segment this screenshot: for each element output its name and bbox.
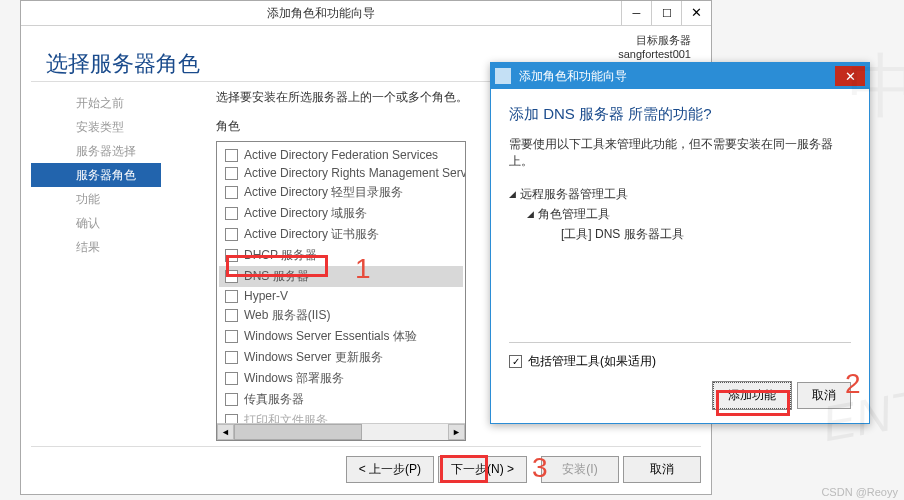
tree-node-dns-tools[interactable]: [工具] DNS 服务器工具 bbox=[509, 224, 851, 244]
prev-button[interactable]: < 上一步(P) bbox=[346, 456, 434, 483]
include-tools-checkbox[interactable]: ✓ bbox=[509, 355, 522, 368]
page-heading: 选择服务器角色 bbox=[46, 49, 200, 79]
nav-server-roles[interactable]: 服务器角色 bbox=[31, 163, 161, 187]
close-button[interactable]: ✕ bbox=[681, 1, 711, 25]
checkbox-icon[interactable] bbox=[225, 309, 238, 322]
role-adds[interactable]: Active Directory 域服务 bbox=[219, 203, 463, 224]
checkbox-icon[interactable] bbox=[225, 372, 238, 385]
dialog-bottom: ✓ 包括管理工具(如果适用) 添加功能 取消 bbox=[509, 342, 851, 409]
checkbox-icon[interactable] bbox=[225, 249, 238, 262]
expand-icon[interactable]: ◢ bbox=[509, 184, 516, 204]
main-titlebar: 添加角色和功能向导 ─ ☐ ✕ bbox=[21, 1, 711, 26]
dialog-description: 需要使用以下工具来管理此功能，但不需要安装在同一服务器上。 bbox=[509, 136, 851, 170]
nav-server-select[interactable]: 服务器选择 bbox=[31, 139, 161, 163]
features-tree: ◢远程服务器管理工具 ◢角色管理工具 [工具] DNS 服务器工具 bbox=[509, 184, 851, 244]
nav-before-begin[interactable]: 开始之前 bbox=[31, 91, 161, 115]
role-fax[interactable]: 传真服务器 bbox=[219, 389, 463, 410]
scroll-track[interactable] bbox=[234, 424, 448, 440]
wizard-footer: < 上一步(P) 下一步(N) > 安装(I) 取消 bbox=[31, 446, 701, 484]
checkbox-icon[interactable] bbox=[225, 167, 238, 180]
install-button[interactable]: 安装(I) bbox=[541, 456, 619, 483]
dialog-buttons: 添加功能 取消 bbox=[509, 382, 851, 409]
dialog-icon bbox=[495, 68, 511, 84]
tree-label: 角色管理工具 bbox=[538, 204, 610, 224]
dialog-body: 添加 DNS 服务器 所需的功能? 需要使用以下工具来管理此功能，但不需要安装在… bbox=[491, 89, 869, 423]
wizard-nav: 开始之前 安装类型 服务器选择 服务器角色 功能 确认 结果 bbox=[31, 91, 161, 259]
window-controls: ─ ☐ ✕ bbox=[621, 1, 711, 25]
tree-node-rsat[interactable]: ◢远程服务器管理工具 bbox=[509, 184, 851, 204]
horizontal-scrollbar[interactable]: ◄ ► bbox=[217, 423, 465, 440]
minimize-button[interactable]: ─ bbox=[621, 1, 651, 25]
dialog-titlebar: 添加角色和功能向导 ✕ bbox=[491, 63, 869, 89]
dest-server-name: sangfortest001 bbox=[618, 47, 691, 61]
nav-install-type[interactable]: 安装类型 bbox=[31, 115, 161, 139]
include-tools-row[interactable]: ✓ 包括管理工具(如果适用) bbox=[509, 353, 851, 370]
main-title: 添加角色和功能向导 bbox=[21, 5, 621, 22]
tree-label: 远程服务器管理工具 bbox=[520, 184, 628, 204]
checkbox-icon[interactable] bbox=[225, 228, 238, 241]
tree-node-role-tools[interactable]: ◢角色管理工具 bbox=[509, 204, 851, 224]
role-dhcp[interactable]: DHCP 服务器 bbox=[219, 245, 463, 266]
nav-confirm[interactable]: 确认 bbox=[31, 211, 161, 235]
destination-server-label: 目标服务器 sangfortest001 bbox=[618, 33, 691, 61]
expand-icon[interactable]: ◢ bbox=[527, 204, 534, 224]
scroll-right-icon[interactable]: ► bbox=[448, 424, 465, 440]
scroll-left-icon[interactable]: ◄ bbox=[217, 424, 234, 440]
watermark-text: CSDN @Reoyy bbox=[821, 486, 898, 498]
dialog-title: 添加角色和功能向导 bbox=[519, 68, 835, 85]
add-features-dialog: 添加角色和功能向导 ✕ 添加 DNS 服务器 所需的功能? 需要使用以下工具来管… bbox=[490, 62, 870, 424]
role-essentials[interactable]: Windows Server Essentials 体验 bbox=[219, 326, 463, 347]
checkbox-icon[interactable] bbox=[225, 186, 238, 199]
checkbox-icon[interactable] bbox=[225, 393, 238, 406]
maximize-button[interactable]: ☐ bbox=[651, 1, 681, 25]
role-wsus[interactable]: Windows Server 更新服务 bbox=[219, 347, 463, 368]
roles-list: Active Directory Federation Services Act… bbox=[217, 142, 465, 435]
dest-caption: 目标服务器 bbox=[618, 33, 691, 47]
role-adfs[interactable]: Active Directory Federation Services bbox=[219, 146, 463, 164]
nav-features[interactable]: 功能 bbox=[31, 187, 161, 211]
role-adlds[interactable]: Active Directory 轻型目录服务 bbox=[219, 182, 463, 203]
add-features-button[interactable]: 添加功能 bbox=[713, 382, 791, 409]
checkbox-icon[interactable] bbox=[225, 149, 238, 162]
checkbox-icon[interactable] bbox=[225, 290, 238, 303]
include-tools-label: 包括管理工具(如果适用) bbox=[528, 353, 656, 370]
role-wds[interactable]: Windows 部署服务 bbox=[219, 368, 463, 389]
role-dns[interactable]: DNS 服务器 bbox=[219, 266, 463, 287]
dialog-heading: 添加 DNS 服务器 所需的功能? bbox=[509, 105, 851, 124]
checkbox-icon[interactable] bbox=[225, 207, 238, 220]
dialog-close-button[interactable]: ✕ bbox=[835, 66, 865, 86]
checkbox-icon[interactable] bbox=[225, 270, 238, 283]
roles-listbox: Active Directory Federation Services Act… bbox=[216, 141, 466, 441]
dialog-separator bbox=[509, 342, 851, 343]
role-iis[interactable]: Web 服务器(IIS) bbox=[219, 305, 463, 326]
cancel-button[interactable]: 取消 bbox=[623, 456, 701, 483]
role-adcs[interactable]: Active Directory 证书服务 bbox=[219, 224, 463, 245]
role-adrms[interactable]: Active Directory Rights Management Servi… bbox=[219, 164, 463, 182]
nav-results[interactable]: 结果 bbox=[31, 235, 161, 259]
dialog-cancel-button[interactable]: 取消 bbox=[797, 382, 851, 409]
scroll-thumb[interactable] bbox=[234, 424, 362, 440]
tree-label: [工具] DNS 服务器工具 bbox=[561, 224, 684, 244]
role-hyperv[interactable]: Hyper-V bbox=[219, 287, 463, 305]
checkbox-icon[interactable] bbox=[225, 351, 238, 364]
next-button[interactable]: 下一步(N) > bbox=[438, 456, 527, 483]
checkbox-icon[interactable] bbox=[225, 330, 238, 343]
